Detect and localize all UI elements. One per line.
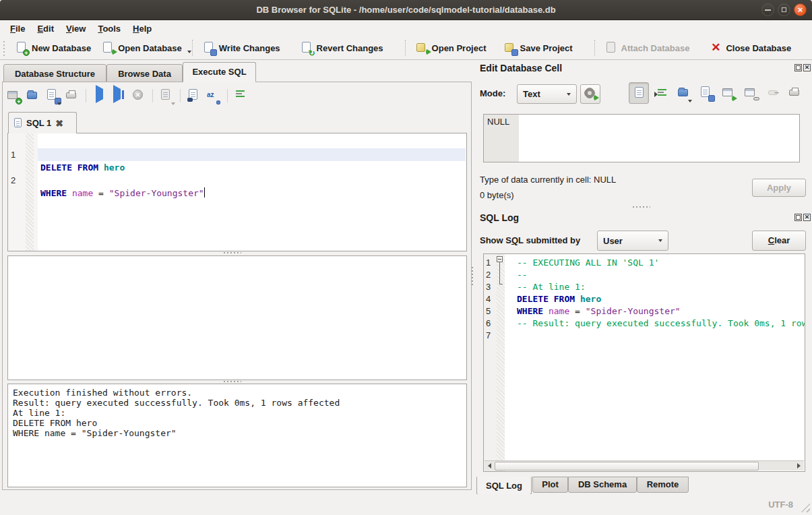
fold-collapse-icon[interactable] — [497, 256, 503, 262]
open-in-external-app-button[interactable] — [722, 86, 735, 100]
format-sql-button[interactable]: az — [207, 89, 220, 102]
toolbar-separator — [405, 40, 406, 56]
toolbar-drag-handle[interactable] — [3, 40, 8, 56]
execute-sql-panel: + ✕ az SQL 1 ✖ 1 DELETE — [2, 82, 472, 490]
close-icon: × — [794, 4, 806, 16]
save-project-icon — [504, 42, 516, 54]
dock-tab-sql-log[interactable]: SQL Log — [476, 477, 532, 495]
text-cursor — [204, 187, 205, 198]
cell-size-info: 0 byte(s) — [480, 190, 514, 200]
results-pane[interactable] — [7, 255, 467, 380]
save-project-label: Save Project — [520, 43, 573, 53]
toolbar-separator — [192, 40, 193, 56]
line-number: 2 — [11, 174, 24, 187]
resize-grip-icon[interactable] — [801, 503, 810, 512]
open-database-button[interactable]: Open Database — [96, 39, 187, 57]
sql-source-combobox-value: User — [603, 236, 623, 246]
messages-pane[interactable]: Execution finished without errors. Resul… — [7, 384, 467, 487]
auto-mode-button[interactable] — [580, 84, 600, 104]
print-sql-button[interactable] — [65, 89, 79, 102]
export-cell-data-button[interactable] — [699, 86, 713, 100]
sql-log-view[interactable]: 1-- EXECUTING ALL IN 'SQL 1' 2-- 3-- At … — [483, 253, 805, 472]
dock-tab-db-schema[interactable]: DB Schema — [568, 477, 637, 493]
edit-cell-close-icon[interactable]: ✕ — [803, 64, 811, 71]
sql-file-tab[interactable]: SQL 1 ✖ — [8, 112, 77, 133]
panel-splitter[interactable] — [472, 266, 473, 285]
close-button[interactable]: × — [794, 3, 807, 16]
dock-tab-plot[interactable]: Plot — [532, 477, 568, 493]
toolbar-separator — [86, 89, 86, 102]
clear-log-button[interactable]: Clear — [752, 231, 806, 251]
close-database-button[interactable]: ✕ Close Database — [704, 39, 797, 57]
save-sql-file-button[interactable] — [46, 89, 59, 102]
menubar: File Edit View Tools Help — [0, 20, 812, 36]
cell-type-info: Type of data currently in cell: NULL — [480, 175, 616, 185]
open-database-dropdown-icon[interactable] — [187, 51, 191, 53]
find-button[interactable] — [187, 89, 201, 102]
window-controls: × — [761, 3, 807, 16]
mode-combobox-value: Text — [523, 89, 540, 99]
dock-splitter[interactable] — [633, 206, 650, 208]
message-line: WHERE name = "Spider-Youngster" — [13, 428, 177, 438]
execute-line-button[interactable] — [113, 89, 126, 102]
open-sql-file-button[interactable] — [26, 89, 40, 102]
sql-file-tab-close-icon[interactable]: ✖ — [55, 118, 63, 129]
copy-link-button[interactable] — [744, 86, 757, 100]
menu-file[interactable]: File — [4, 22, 31, 36]
menu-help-label: elp — [139, 24, 152, 34]
execute-all-button[interactable] — [93, 89, 106, 102]
menu-view[interactable]: View — [60, 22, 92, 36]
scroll-right-icon[interactable] — [794, 461, 804, 471]
window-title: DB Browser for SQLite - /home/user/code/… — [256, 5, 555, 15]
menu-help[interactable]: Help — [127, 22, 158, 36]
results-messages-splitter[interactable] — [224, 381, 241, 382]
menu-edit[interactable]: Edit — [31, 22, 60, 36]
edit-cell-float-icon[interactable] — [794, 64, 802, 71]
open-project-button[interactable]: Open Project — [410, 39, 492, 57]
tab-database-structure[interactable]: Database Structure — [3, 64, 106, 82]
save-project-button[interactable]: Save Project — [499, 39, 578, 57]
sql-editor[interactable]: 1 DELETE FROM hero 2 WHERE name = "Spide… — [7, 133, 467, 251]
editor-results-splitter[interactable] — [224, 252, 241, 253]
right-dock-area: Edit Database Cell ✕ Mode: Text NULL Typ… — [474, 60, 812, 494]
minimize-button[interactable] — [761, 3, 774, 16]
sql-editor-toolbar: + ✕ az — [7, 86, 248, 106]
set-null-button — [768, 86, 781, 100]
revert-changes-label: Revert Changes — [317, 43, 383, 53]
new-sql-tab-button[interactable]: + — [7, 89, 20, 102]
sql-file-tab-label: SQL 1 — [26, 118, 51, 128]
sql-file-icon — [14, 118, 22, 128]
maximize-button[interactable] — [778, 3, 790, 16]
print-cell-button[interactable] — [788, 86, 802, 100]
revert-changes-button[interactable]: ↻ Revert Changes — [295, 39, 389, 57]
save-results-button — [160, 89, 173, 102]
cell-editor[interactable]: NULL — [483, 114, 800, 162]
import-cell-data-button[interactable] — [677, 86, 691, 100]
sql-source-combobox[interactable]: User — [597, 231, 668, 251]
scrollbar-thumb[interactable] — [495, 462, 759, 471]
text-mode-button[interactable] — [629, 82, 649, 104]
tab-browse-data[interactable]: Browse Data — [106, 64, 183, 82]
sql-log-float-icon[interactable] — [794, 214, 802, 221]
scroll-left-icon[interactable] — [485, 461, 495, 471]
menu-tools[interactable]: Tools — [92, 22, 127, 36]
open-database-label: Open Database — [118, 43, 182, 53]
encoding-indicator: UTF-8 — [768, 499, 793, 510]
revert-changes-icon: ↻ — [301, 42, 313, 54]
apply-button-label: Apply — [767, 183, 791, 193]
new-database-button[interactable]: + New Database — [10, 39, 96, 57]
write-changes-button[interactable]: Write Changes — [197, 39, 286, 57]
log-horizontal-scrollbar[interactable] — [485, 460, 804, 471]
document-icon — [633, 87, 647, 100]
menu-help-mnemonic: H — [133, 24, 139, 34]
menu-edit-label: dit — [43, 24, 54, 34]
tab-execute-sql[interactable]: Execute SQL — [183, 62, 256, 82]
cell-word-wrap-icon[interactable] — [656, 88, 670, 101]
mode-combobox[interactable]: Text — [517, 84, 577, 104]
fold-guide-line — [499, 262, 500, 284]
sql-log-close-icon[interactable]: ✕ — [803, 214, 811, 221]
dock-tab-remote[interactable]: Remote — [637, 477, 689, 493]
word-wrap-button[interactable] — [235, 89, 248, 102]
tab-browse-data-label: Browse Data — [118, 69, 171, 79]
attach-database-label: Attach Database — [621, 43, 690, 53]
